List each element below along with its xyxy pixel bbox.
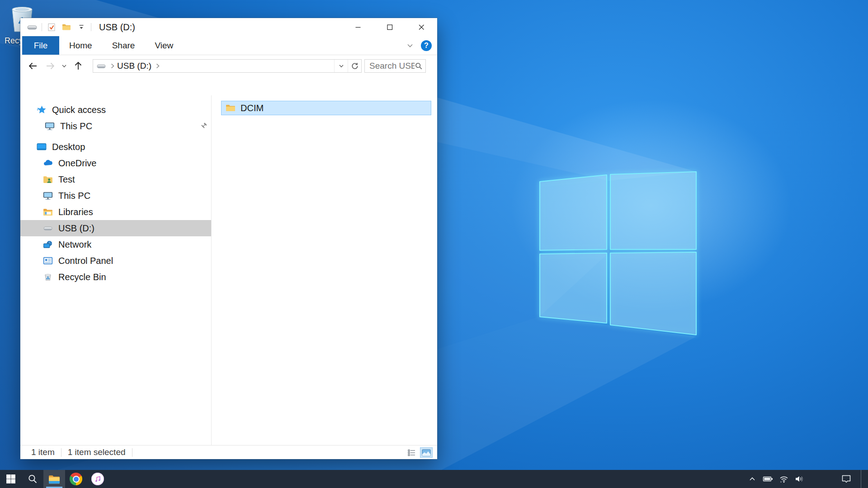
properties-checkbox-icon <box>47 23 56 32</box>
sidebar-item-label: Libraries <box>58 207 93 217</box>
minimize-icon <box>354 23 363 32</box>
details-view-icon <box>408 449 416 456</box>
sidebar-item-onedrive[interactable]: OneDrive <box>20 155 211 171</box>
sidebar-item-label: OneDrive <box>58 158 96 169</box>
sidebar-item-control-panel[interactable]: Control Panel <box>20 253 211 269</box>
ribbon-right-controls: ? <box>406 36 432 55</box>
file-item-dcim[interactable]: DCIM <box>221 101 431 115</box>
navigation-pane: Quick access This PC Desktop OneDri <box>20 95 212 445</box>
sidebar-item-label: USB (D:) <box>58 223 94 234</box>
back-arrow-icon <box>28 61 38 70</box>
tab-home[interactable]: Home <box>59 36 102 55</box>
monitor-icon <box>45 121 55 131</box>
breadcrumb-segment[interactable]: USB (D:) <box>117 61 151 71</box>
taskbar <box>0 470 868 488</box>
window-icon <box>27 21 38 33</box>
breadcrumb-chevron-icon[interactable] <box>110 63 115 69</box>
address-bar[interactable]: USB (D:) <box>93 59 362 73</box>
taskbar-search-button[interactable] <box>22 470 43 488</box>
chevron-up-icon <box>748 475 756 483</box>
file-list-pane[interactable]: DCIM <box>212 95 437 445</box>
chrome-icon <box>70 473 82 485</box>
search-icon[interactable] <box>415 62 423 70</box>
sidebar-item-label: Control Panel <box>58 256 113 266</box>
sidebar-item-quick-access[interactable]: Quick access <box>20 102 211 118</box>
maximize-button[interactable] <box>374 18 406 36</box>
forward-button[interactable] <box>43 58 57 74</box>
chevron-down-icon <box>338 63 344 69</box>
item-count: 1 item <box>31 447 55 457</box>
details-view-button[interactable] <box>406 447 418 458</box>
system-tray <box>744 470 864 488</box>
tab-view[interactable]: View <box>145 36 183 55</box>
desktop-screen-icon <box>37 142 47 152</box>
up-button[interactable] <box>71 58 85 74</box>
title-bar: USB (D:) <box>20 18 437 36</box>
search-icon <box>27 474 38 484</box>
usb-drive-icon <box>27 23 38 32</box>
control-panel-icon <box>43 256 53 266</box>
recycle-bin-icon <box>43 272 53 282</box>
toolbar-separator <box>91 23 91 31</box>
sidebar-item-desktop[interactable]: Desktop <box>20 139 211 155</box>
refresh-button[interactable] <box>348 60 361 72</box>
taskbar-chrome-button[interactable] <box>65 470 87 488</box>
taskbar-file-explorer-button[interactable] <box>43 470 65 488</box>
windows-logo <box>533 166 705 343</box>
qat-properties-button[interactable] <box>46 21 57 33</box>
search-box <box>364 59 426 73</box>
sidebar-item-label: This PC <box>60 121 92 131</box>
minimize-button[interactable] <box>342 18 374 36</box>
sidebar-item-recycle-bin[interactable]: Recycle Bin <box>20 269 211 285</box>
breadcrumb-label: USB (D:) <box>117 61 151 71</box>
wifi-indicator[interactable] <box>776 470 792 488</box>
back-button[interactable] <box>26 58 40 74</box>
address-dropdown-button[interactable] <box>334 60 348 72</box>
recent-locations-button[interactable] <box>60 58 68 74</box>
action-center-button[interactable] <box>835 470 857 488</box>
sidebar-item-this-pc[interactable]: This PC <box>20 188 211 204</box>
usb-drive-icon <box>43 224 53 232</box>
start-button[interactable] <box>0 470 22 488</box>
status-separator <box>61 448 61 457</box>
tab-share[interactable]: Share <box>102 36 145 55</box>
volume-indicator[interactable] <box>792 470 807 488</box>
sidebar-item-label: This PC <box>58 191 90 201</box>
maximize-icon <box>385 23 394 32</box>
battery-indicator[interactable] <box>760 470 776 488</box>
caption-buttons <box>342 18 437 36</box>
taskbar-itunes-button[interactable] <box>87 470 108 488</box>
quick-access-toolbar: USB (D:) <box>20 21 135 33</box>
help-button[interactable]: ? <box>421 40 432 51</box>
sidebar-item-label: Recycle Bin <box>58 272 106 282</box>
libraries-folder-icon <box>43 207 53 217</box>
refresh-icon <box>351 62 359 70</box>
search-input[interactable] <box>369 61 415 71</box>
sidebar-gap <box>20 134 211 139</box>
large-icons-view-button[interactable] <box>420 447 433 458</box>
new-folder-icon <box>62 23 71 31</box>
sidebar-item-usb-drive[interactable]: USB (D:) <box>20 220 211 236</box>
window-body: Quick access This PC Desktop OneDri <box>20 95 437 445</box>
chevron-right-icon <box>110 63 115 69</box>
wifi-icon <box>778 474 789 483</box>
close-button[interactable] <box>406 18 437 36</box>
sidebar-item-label: Network <box>58 239 91 250</box>
tab-file[interactable]: File <box>22 36 59 55</box>
show-desktop-button[interactable] <box>861 470 864 488</box>
file-explorer-window: USB (D:) File Home Share View <box>20 18 437 459</box>
sidebar-item-this-pc-pinned[interactable]: This PC <box>20 118 211 134</box>
sidebar-item-network[interactable]: Network <box>20 236 211 253</box>
expand-ribbon-chevron-icon[interactable] <box>406 41 415 50</box>
folder-icon <box>225 103 236 113</box>
sidebar-item-libraries[interactable]: Libraries <box>20 204 211 220</box>
sidebar-item-label: Test <box>58 174 75 185</box>
status-separator <box>132 448 132 457</box>
qat-new-folder-button[interactable] <box>61 21 72 33</box>
qat-customize-button[interactable] <box>76 21 87 33</box>
sidebar-item-test[interactable]: Test <box>20 171 211 188</box>
pin-icon[interactable] <box>199 122 208 132</box>
breadcrumb-chevron-icon[interactable] <box>155 63 160 69</box>
tray-chevron-button[interactable] <box>744 470 760 488</box>
view-switcher <box>406 447 433 458</box>
